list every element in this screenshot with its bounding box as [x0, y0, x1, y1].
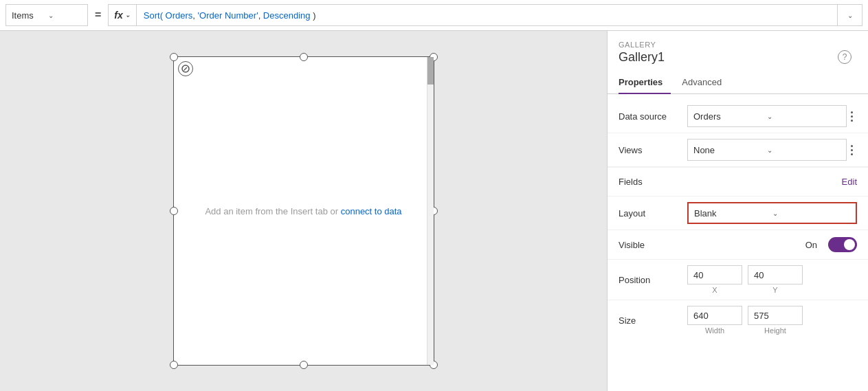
placeholder-or: or [328, 206, 341, 216]
property-selector-chevron: ⌄ [48, 12, 82, 19]
size-height-input[interactable] [748, 306, 803, 325]
views-value: None [693, 145, 767, 155]
position-x-group: X [687, 265, 742, 294]
layout-row: Layout Blank ⌄ [608, 197, 868, 230]
property-selector[interactable]: Items ⌄ [5, 4, 88, 26]
size-row: Size Width Height [608, 300, 868, 340]
fields-edit-link[interactable]: Edit [842, 177, 857, 187]
size-control: Width Height [687, 306, 857, 335]
formula-input[interactable]: Sort( Orders, 'Order Number', Descending… [137, 4, 838, 26]
tab-properties[interactable]: Properties [619, 71, 671, 94]
data-source-chevron-icon: ⌄ [767, 113, 841, 120]
formula-order-number: 'Order Number' [198, 10, 258, 21]
fx-button[interactable]: fx ⌄ [108, 4, 136, 26]
formula-expand-button[interactable]: ⌄ [838, 4, 863, 26]
tab-advanced[interactable]: Advanced [682, 71, 730, 94]
views-dropdown[interactable]: None ⌄ [687, 139, 847, 161]
fields-row: Fields Edit [608, 167, 868, 196]
gallery-component[interactable]: Add an item from the Insert tab or conne… [173, 56, 434, 366]
layout-dropdown[interactable]: Blank ⌄ [687, 202, 857, 224]
views-control: None ⌄ [687, 139, 857, 161]
fx-chevron: ⌄ [125, 12, 131, 19]
canvas-area[interactable]: Add an item from the Insert tab or conne… [0, 31, 607, 391]
equals-sign: = [88, 9, 108, 21]
panel-title: Gallery1 [619, 50, 665, 65]
panel-header: GALLERY Gallery1 ? [608, 31, 868, 69]
position-y-label: Y [772, 286, 777, 294]
gallery-scrollbar-thumb[interactable] [427, 57, 434, 85]
handle-top-middle[interactable] [300, 53, 308, 61]
data-source-label: Data source [619, 111, 687, 122]
data-source-dropdown[interactable]: Orders ⌄ [687, 105, 847, 127]
right-panel: GALLERY Gallery1 ? Properties Advanced D… [607, 31, 868, 391]
property-selector-label: Items [12, 10, 45, 21]
position-x-input[interactable] [687, 265, 742, 284]
size-width-label: Width [705, 326, 724, 335]
toggle-thumb [844, 239, 855, 250]
fields-label: Fields [619, 177, 842, 187]
data-source-more-button[interactable] [847, 109, 857, 124]
panel-body: Data source Orders ⌄ Views [608, 94, 868, 346]
layout-control: Blank ⌄ [687, 202, 857, 224]
formula-bar: Items ⌄ = fx ⌄ Sort( Orders, 'Order Numb… [0, 0, 868, 31]
help-icon[interactable]: ? [838, 50, 852, 64]
data-source-row: Data source Orders ⌄ [608, 100, 868, 133]
visible-on-label: On [805, 240, 817, 250]
placeholder-connect-link[interactable]: connect to data [341, 206, 402, 216]
layout-label: Layout [619, 208, 687, 219]
fx-label: fx [114, 10, 122, 21]
handle-middle-left[interactable] [170, 207, 178, 215]
handle-bottom-middle[interactable] [300, 361, 308, 369]
position-y-input[interactable] [748, 265, 803, 284]
views-row: Views None ⌄ [608, 133, 868, 166]
data-source-control: Orders ⌄ [687, 105, 857, 127]
position-inputs: X Y [687, 265, 803, 294]
visible-control: On [687, 237, 857, 252]
gallery-scrollbar[interactable] [427, 57, 434, 365]
visible-label: Visible [619, 240, 687, 250]
visible-row: Visible On [608, 230, 868, 259]
panel-tabs: Properties Advanced [608, 71, 868, 94]
size-height-group: Height [748, 306, 803, 335]
expand-chevron-icon: ⌄ [847, 12, 853, 19]
dot1 [851, 111, 853, 113]
placeholder-insert-text: Add an item from the Insert tab [205, 206, 327, 216]
size-width-input[interactable] [687, 306, 742, 325]
visible-toggle[interactable] [828, 237, 857, 252]
gallery-edit-icon[interactable] [178, 61, 193, 76]
size-inputs: Width Height [687, 306, 803, 335]
position-control: X Y [687, 265, 857, 294]
dot2 [851, 115, 853, 118]
handle-top-left[interactable] [170, 53, 178, 61]
size-height-label: Height [764, 326, 786, 335]
dot3 [851, 120, 853, 122]
gallery-placeholder: Add an item from the Insert tab or conne… [205, 206, 401, 216]
layout-value: Blank [694, 208, 772, 219]
formula-orders: Orders [166, 10, 193, 21]
views-label: Views [619, 145, 687, 155]
formula-descending: Descending [263, 10, 311, 21]
views-more-button[interactable] [847, 142, 857, 158]
views-chevron-icon: ⌄ [767, 146, 841, 154]
position-x-label: X [712, 286, 717, 294]
svg-line-2 [183, 70, 184, 71]
layout-chevron-icon: ⌄ [772, 210, 851, 217]
main-area: Add an item from the Insert tab or conne… [0, 31, 868, 391]
handle-bottom-left[interactable] [170, 361, 178, 369]
data-source-value: Orders [693, 111, 767, 122]
formula-sort-keyword: Sort( [144, 10, 163, 21]
position-row: Position X Y [608, 260, 868, 300]
toggle-track [828, 237, 857, 252]
position-y-group: Y [748, 265, 803, 294]
position-label: Position [619, 275, 687, 285]
size-width-group: Width [687, 306, 742, 335]
panel-type-label: GALLERY [619, 41, 665, 49]
size-label: Size [619, 315, 687, 326]
